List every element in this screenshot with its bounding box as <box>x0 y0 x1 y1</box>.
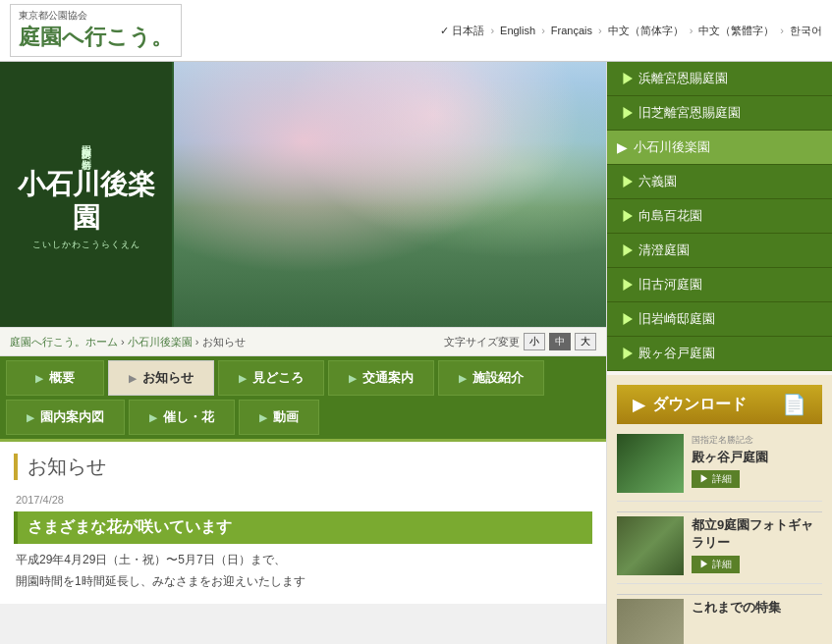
feature-title-1: 殿ヶ谷戸庭園 <box>692 449 822 466</box>
feature-title-3: これまでの特集 <box>692 599 822 617</box>
feature-thumb-3 <box>617 599 684 644</box>
download-button[interactable]: ▶ ダウンロード 📄 <box>617 385 822 424</box>
feature-detail-btn-1[interactable]: ▶ 詳細 <box>692 470 740 488</box>
font-small-button[interactable]: 小 <box>524 333 545 350</box>
feature-thumb-2 <box>617 516 684 575</box>
feature-card-3: これまでの特集 <box>617 599 822 644</box>
nav-row1: ▶ 概要 ▶ お知らせ ▶ 見どころ ▶ 交通案内 ▶ 施設紹介 <box>6 360 600 396</box>
hero-ruby: こいしかわこうらくえん <box>32 239 140 251</box>
font-mid-button[interactable]: 中 <box>549 333 571 350</box>
garden-item-furukawa[interactable]: 旧古河庭園 <box>607 268 832 302</box>
tab-oshirase[interactable]: ▶ お知らせ <box>108 360 214 396</box>
garden-label: 旧岩崎邸庭園 <box>638 310 715 328</box>
garden-label: 旧古河庭園 <box>638 276 702 294</box>
feature-thumb-1 <box>617 434 684 493</box>
logo-org: 東京都公園協会 <box>19 9 173 23</box>
garden-item-rikugi[interactable]: 六義園 <box>607 165 832 199</box>
download-file-icon: 📄 <box>782 393 806 416</box>
font-large-button[interactable]: 大 <box>575 333 596 350</box>
content-area: 国指定 特別史跡及び特別名勝 小石川後楽園 こいしかわこうらくえん 庭園へ行こう… <box>0 62 606 644</box>
garden-arrow-icon <box>617 107 633 119</box>
hero-subtitle-mid: 特別史跡及び特別名勝 <box>80 141 93 152</box>
tab-shisetsu[interactable]: ▶ 施設紹介 <box>438 360 544 396</box>
garden-selected-arrow: ▶ <box>617 139 628 155</box>
garden-item-iwasaki[interactable]: 旧岩崎邸庭園 <box>607 302 832 337</box>
font-size-control: 文字サイズ変更 小 中 大 <box>444 333 596 350</box>
lang-chinese-simplified[interactable]: 中文（简体字） <box>608 24 684 38</box>
tab-doga[interactable]: ▶ 動画 <box>239 400 319 435</box>
lang-japanese[interactable]: ✓ 日本語 <box>440 24 484 38</box>
news-item-title: さまざまな花が咲いています <box>14 511 592 544</box>
logo-title[interactable]: 庭園へ行こう。 <box>19 23 173 52</box>
garden-label: 清澄庭園 <box>638 242 690 259</box>
tab-annai[interactable]: ▶ 園内案内図 <box>6 400 125 435</box>
section-title-bar: お知らせ <box>14 454 592 480</box>
hero-main-title: 小石川後楽園 <box>10 168 162 234</box>
feature-detail-btn-2[interactable]: ▶ 詳細 <box>692 556 740 573</box>
language-nav: ✓ 日本語 › English › Français › 中文（简体字） › 中… <box>440 24 822 38</box>
garden-arrow-icon <box>617 73 633 84</box>
nav-row2: ▶ 園内案内図 ▶ 催し・花 ▶ 動画 <box>6 400 600 435</box>
download-arrow-icon: ▶ <box>633 396 644 414</box>
breadcrumb-home[interactable]: 庭園へ行こう。ホーム <box>10 336 118 348</box>
feature-card-2: 都立9庭園フォトギャラリー ▶ 詳細 <box>617 516 822 584</box>
garden-label: 旧芝離宮恩賜庭園 <box>638 104 741 122</box>
lang-french[interactable]: Français <box>551 25 592 36</box>
garden-item-hamarikyu[interactable]: 浜離宮恩賜庭園 <box>607 62 832 96</box>
tab-moyoshi[interactable]: ▶ 催し・花 <box>129 400 235 435</box>
main-wrap: 国指定 特別史跡及び特別名勝 小石川後楽園 こいしかわこうらくえん 庭園へ行こう… <box>0 62 832 644</box>
garden-item-koishikawa[interactable]: ▶ 小石川後楽園 <box>607 131 832 165</box>
download-label: ダウンロード <box>652 395 747 415</box>
garden-label: 浜離宮恩賜庭園 <box>638 70 728 87</box>
garden-label: 六義園 <box>638 173 677 190</box>
tab-midokoro[interactable]: ▶ 見どころ <box>218 360 324 396</box>
font-size-label: 文字サイズ変更 <box>444 335 520 349</box>
garden-arrow-icon <box>617 313 633 325</box>
sidebar: 浜離宮恩賜庭園 旧芝離宮恩賜庭園 ▶ 小石川後楽園 六義園 向島百花園 清澄庭園 <box>606 62 832 644</box>
tab-gaiyou[interactable]: ▶ 概要 <box>6 360 104 396</box>
tab-kotsu[interactable]: ▶ 交通案内 <box>328 360 434 396</box>
breadcrumb-current: お知らせ <box>202 336 246 348</box>
garden-label: 小石川後楽園 <box>634 138 710 156</box>
hero-overlay: 国指定 特別史跡及び特別名勝 小石川後楽園 こいしかわこうらくえん <box>0 62 172 327</box>
lang-english[interactable]: English <box>500 25 535 36</box>
garden-arrow-icon <box>617 210 633 222</box>
feature-badge-1: 国指定名勝記念 <box>692 434 822 447</box>
sidebar-separator <box>617 511 822 512</box>
page-content: お知らせ 2017/4/28 さまざまな花が咲いています 平成29年4月29日（… <box>0 439 606 604</box>
hero-image <box>174 62 606 327</box>
news-body-text: 平成29年4月29日（土・祝）〜5月7日（日）まで、 開園時間を1時間延長し、み… <box>16 553 305 588</box>
garden-item-tonogaya[interactable]: 殿ヶ谷戸庭園 <box>607 337 832 371</box>
garden-item-mukojima[interactable]: 向島百花園 <box>607 199 832 234</box>
lang-chinese-traditional[interactable]: 中文（繁體字） <box>698 24 774 38</box>
download-section: ▶ ダウンロード 📄 国指定名勝記念 殿ヶ谷戸庭園 ▶ 詳細 都立9庭園フォトギ… <box>607 375 832 644</box>
breadcrumb-garden[interactable]: 小石川後楽園 <box>128 336 193 348</box>
breadcrumb-bar: 庭園へ行こう。ホーム › 小石川後楽園 › お知らせ 文字サイズ変更 小 中 大 <box>0 327 606 356</box>
garden-label: 向島百花園 <box>638 207 702 225</box>
news-item-body: 平成29年4月29日（土・祝）〜5月7日（日）まで、 開園時間を1時間延長し、み… <box>14 550 592 592</box>
breadcrumb: 庭園へ行こう。ホーム › 小石川後楽園 › お知らせ <box>10 335 246 349</box>
feature-card-1: 国指定名勝記念 殿ヶ谷戸庭園 ▶ 詳細 <box>617 434 822 502</box>
feature-title-2: 都立9庭園フォトギャラリー <box>692 516 822 552</box>
garden-arrow-icon <box>617 348 633 359</box>
news-date: 2017/4/28 <box>16 494 592 506</box>
garden-label: 殿ヶ谷戸庭園 <box>638 345 715 362</box>
sidebar-separator-2 <box>617 594 822 595</box>
garden-item-shiba[interactable]: 旧芝離宮恩賜庭園 <box>607 96 832 131</box>
logo-area: 東京都公園協会 庭園へ行こう。 <box>10 4 182 57</box>
header: 東京都公園協会 庭園へ行こう。 ✓ 日本語 › English › França… <box>0 0 832 62</box>
nav-tabs: ▶ 概要 ▶ お知らせ ▶ 見どころ ▶ 交通案内 ▶ 施設紹介 <box>0 356 606 439</box>
garden-item-kiyosumi[interactable]: 清澄庭園 <box>607 234 832 268</box>
feature-info-2: 都立9庭園フォトギャラリー ▶ 詳細 <box>692 516 822 573</box>
hero-banner: 国指定 特別史跡及び特別名勝 小石川後楽園 こいしかわこうらくえん <box>0 62 606 327</box>
feature-info-3: これまでの特集 <box>692 599 822 617</box>
garden-nav: 浜離宮恩賜庭園 旧芝離宮恩賜庭園 ▶ 小石川後楽園 六義園 向島百花園 清澄庭園 <box>607 62 832 371</box>
lang-korean[interactable]: 한국어 <box>790 24 822 38</box>
garden-arrow-icon <box>617 244 633 256</box>
section-title: お知らせ <box>28 454 106 480</box>
feature-info-1: 国指定名勝記念 殿ヶ谷戸庭園 ▶ 詳細 <box>692 434 822 488</box>
garden-arrow-icon <box>617 176 633 188</box>
garden-arrow-icon <box>617 279 633 291</box>
